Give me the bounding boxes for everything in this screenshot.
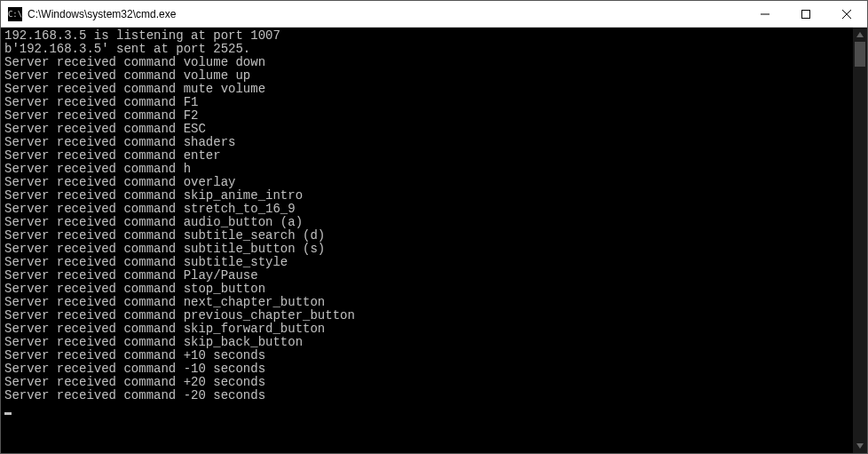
terminal-line: Server received command subtitle_button … — [4, 243, 849, 256]
terminal-line: Server received command stretch_to_16_9 — [4, 203, 849, 216]
terminal-line: Server received command mute volume — [4, 83, 849, 96]
terminal-line: Server received command skip_anime_intro — [4, 189, 849, 203]
scroll-track[interactable] — [853, 42, 867, 439]
terminal-output[interactable]: 192.168.3.5 is listening at port 1007b'1… — [1, 28, 853, 453]
terminal-line: b'192.168.3.5' sent at port 2525. — [4, 43, 849, 56]
terminal-line: Server received command volume down — [4, 56, 849, 69]
scroll-thumb[interactable] — [855, 42, 865, 67]
terminal-line: Server received command skip_back_button — [4, 336, 849, 349]
cursor-icon — [4, 412, 12, 415]
terminal-line: Server received command audio_button (a) — [4, 216, 849, 229]
terminal-line: Server received command stop_button — [4, 283, 849, 296]
terminal-content-wrap: 192.168.3.5 is listening at port 1007b'1… — [1, 28, 867, 453]
terminal-line: Server received command +20 seconds — [4, 376, 849, 389]
scroll-up-arrow-icon[interactable] — [853, 28, 867, 42]
terminal-line: Server received command F2 — [4, 109, 849, 123]
terminal-line: Server received command Play/Pause — [4, 269, 849, 283]
window-controls — [745, 1, 867, 27]
terminal-line: Server received command enter — [4, 149, 849, 163]
close-icon — [842, 10, 851, 19]
terminal-line: Server received command overlay — [4, 176, 849, 189]
cmd-window: C:\ C:\Windows\system32\cmd.exe 192.168.… — [0, 0, 868, 454]
terminal-line: Server received command -20 seconds — [4, 389, 849, 402]
maximize-button[interactable] — [785, 1, 826, 27]
svg-rect-1 — [802, 10, 810, 18]
terminal-line: Server received command volume up — [4, 69, 849, 83]
terminal-line: Server received command shaders — [4, 136, 849, 149]
scroll-down-arrow-icon[interactable] — [853, 439, 867, 453]
terminal-line: Server received command subtitle_style — [4, 256, 849, 269]
terminal-line: Server received command -10 seconds — [4, 362, 849, 376]
window-title: C:\Windows\system32\cmd.exe — [28, 8, 745, 20]
terminal-line: Server received command previous_chapter… — [4, 309, 849, 323]
titlebar[interactable]: C:\ C:\Windows\system32\cmd.exe — [1, 1, 867, 28]
terminal-line: 192.168.3.5 is listening at port 1007 — [4, 29, 849, 43]
terminal-line: Server received command F1 — [4, 96, 849, 109]
minimize-icon — [761, 10, 769, 19]
maximize-icon — [801, 10, 810, 19]
cmd-icon: C:\ — [8, 7, 22, 21]
minimize-button[interactable] — [745, 1, 785, 27]
close-button[interactable] — [826, 1, 867, 27]
terminal-line: Server received command next_chapter_but… — [4, 296, 849, 309]
terminal-line: Server received command +10 seconds — [4, 349, 849, 362]
terminal-line: Server received command skip_forward_but… — [4, 323, 849, 336]
cursor-line — [4, 402, 849, 416]
terminal-line: Server received command subtitle_search … — [4, 229, 849, 243]
terminal-line: Server received command h — [4, 163, 849, 176]
vertical-scrollbar[interactable] — [853, 28, 867, 453]
terminal-line: Server received command ESC — [4, 123, 849, 136]
